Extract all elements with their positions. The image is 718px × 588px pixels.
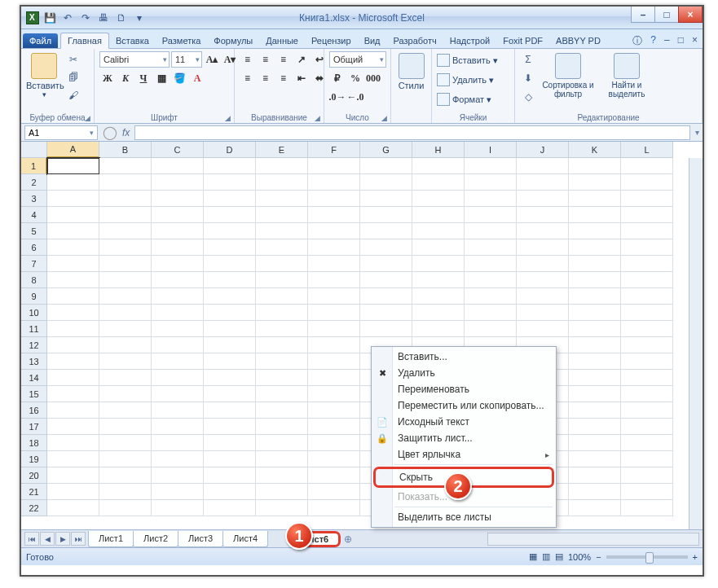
- view-page-icon[interactable]: ▥: [542, 551, 550, 562]
- cell[interactable]: [308, 272, 360, 288]
- cell[interactable]: [308, 337, 360, 353]
- cell[interactable]: [569, 467, 621, 484]
- cell[interactable]: [256, 174, 308, 191]
- cell[interactable]: [47, 239, 99, 256]
- cm-select-all-sheets[interactable]: Выделить все листы: [372, 509, 556, 525]
- cell[interactable]: [569, 500, 621, 516]
- cell[interactable]: [204, 158, 256, 174]
- cell[interactable]: [204, 321, 256, 337]
- cell[interactable]: [621, 419, 673, 435]
- view-normal-icon[interactable]: ▦: [529, 551, 537, 562]
- cell[interactable]: [47, 467, 99, 484]
- cell[interactable]: [360, 239, 412, 256]
- col-header[interactable]: F: [308, 142, 360, 158]
- sheet-tab[interactable]: Лист4: [222, 531, 268, 547]
- cell[interactable]: [256, 223, 308, 239]
- cell[interactable]: [412, 239, 465, 256]
- cell[interactable]: [308, 239, 360, 256]
- cell[interactable]: [308, 435, 360, 451]
- select-all-corner[interactable]: [21, 142, 47, 158]
- row-header[interactable]: 1: [21, 158, 47, 174]
- cells-delete-button[interactable]: Удалить ▾: [437, 71, 494, 89]
- cell[interactable]: [99, 272, 152, 288]
- cell[interactable]: [308, 370, 360, 386]
- cell[interactable]: [152, 321, 204, 337]
- cell[interactable]: [204, 239, 256, 256]
- cells-insert-button[interactable]: Вставить ▾: [437, 51, 498, 69]
- paste-button[interactable]: Вставить ▾: [26, 51, 62, 99]
- bold-button[interactable]: Ж: [99, 70, 116, 86]
- cell[interactable]: [152, 223, 204, 239]
- cell[interactable]: [621, 239, 673, 256]
- comma-icon[interactable]: 000: [365, 70, 381, 86]
- cell[interactable]: [621, 207, 673, 223]
- cell[interactable]: [99, 305, 152, 321]
- cell[interactable]: [256, 207, 308, 223]
- cell[interactable]: [569, 174, 621, 191]
- cell[interactable]: [152, 256, 204, 272]
- cell[interactable]: [152, 402, 204, 419]
- orientation-icon[interactable]: ↗: [293, 51, 310, 68]
- cell[interactable]: [465, 272, 517, 288]
- name-box[interactable]: A1: [24, 125, 98, 140]
- clear-icon[interactable]: ◇: [520, 89, 536, 105]
- cell[interactable]: [152, 337, 204, 353]
- cell[interactable]: [360, 321, 412, 337]
- percent-icon[interactable]: %: [347, 70, 363, 86]
- inc-decimal-icon[interactable]: .0→: [329, 89, 346, 105]
- italic-button[interactable]: К: [117, 70, 134, 86]
- cell[interactable]: [308, 207, 360, 223]
- zoom-in-button[interactable]: +: [693, 552, 698, 562]
- sort-filter-button[interactable]: Сортировка и фильтр: [540, 51, 597, 99]
- cell[interactable]: [412, 207, 465, 223]
- sheet-tab[interactable]: Лист3: [178, 531, 223, 547]
- cell[interactable]: [47, 484, 99, 500]
- row-header[interactable]: 21: [21, 484, 47, 500]
- cell[interactable]: [152, 288, 204, 305]
- row-header[interactable]: 22: [21, 500, 47, 516]
- cell[interactable]: [621, 223, 673, 239]
- border-button[interactable]: ▦: [153, 70, 170, 86]
- cell[interactable]: [621, 353, 673, 370]
- cell[interactable]: [412, 191, 465, 207]
- cell[interactable]: [152, 353, 204, 370]
- cell[interactable]: [412, 305, 465, 321]
- styles-button[interactable]: Стили: [396, 51, 426, 90]
- cell[interactable]: [99, 467, 152, 484]
- cell[interactable]: [465, 223, 517, 239]
- cell[interactable]: [47, 353, 99, 370]
- tab-abbyy[interactable]: ABBYY PD: [549, 33, 607, 48]
- row-header[interactable]: 8: [21, 272, 47, 288]
- cell[interactable]: [517, 191, 569, 207]
- cell[interactable]: [204, 337, 256, 353]
- row-header[interactable]: 6: [21, 239, 47, 256]
- cell[interactable]: [256, 484, 308, 500]
- cm-tab-color[interactable]: Цвет ярлычка: [372, 446, 556, 463]
- cell[interactable]: [152, 191, 204, 207]
- cell[interactable]: [621, 500, 673, 516]
- cell[interactable]: [308, 500, 360, 516]
- cell[interactable]: [569, 239, 621, 256]
- cell[interactable]: [308, 467, 360, 484]
- cell[interactable]: [465, 158, 517, 174]
- cell[interactable]: [99, 321, 152, 337]
- cell[interactable]: [308, 402, 360, 419]
- cell[interactable]: [99, 419, 152, 435]
- cell[interactable]: [152, 207, 204, 223]
- cell[interactable]: [569, 484, 621, 500]
- cell[interactable]: [569, 158, 621, 174]
- cell[interactable]: [621, 467, 673, 484]
- number-launcher-icon[interactable]: ◢: [381, 114, 387, 122]
- qat-undo-icon[interactable]: ↶: [60, 11, 75, 25]
- cell[interactable]: [569, 353, 621, 370]
- fx-cancel-icon[interactable]: ◯: [103, 125, 117, 140]
- font-size-combo[interactable]: 11: [171, 51, 202, 68]
- row-header[interactable]: 16: [21, 402, 47, 419]
- autosum-icon[interactable]: Σ: [520, 51, 536, 68]
- cell[interactable]: [621, 435, 673, 451]
- cell[interactable]: [569, 451, 621, 467]
- cell[interactable]: [465, 207, 517, 223]
- sheet-tab[interactable]: Лист1: [88, 531, 134, 547]
- cell[interactable]: [360, 207, 412, 223]
- cell[interactable]: [308, 174, 360, 191]
